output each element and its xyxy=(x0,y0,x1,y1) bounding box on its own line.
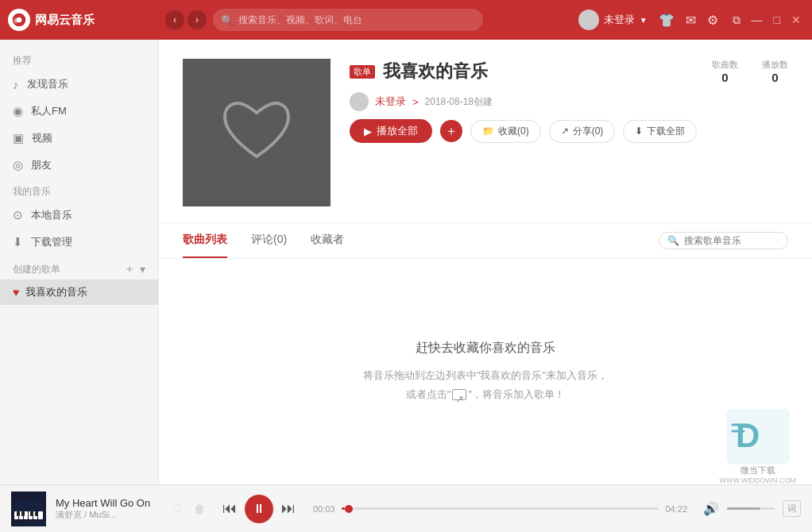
stat-songs: 歌曲数 0 xyxy=(712,59,738,84)
search-input[interactable] xyxy=(238,14,475,25)
tshirt-icon[interactable]: 👕 xyxy=(659,13,675,28)
maximize-button[interactable]: □ xyxy=(771,12,783,29)
sidebar-item-discover[interactable]: ♪ 发现音乐 xyxy=(0,71,158,98)
playlist-stats: 歌曲数 0 播放数 0 xyxy=(712,59,788,84)
download-all-button[interactable]: ⬇ 下载全部 xyxy=(623,120,697,143)
user-info[interactable]: 未登录 ▼ xyxy=(578,10,648,30)
progress-bar[interactable] xyxy=(342,507,659,510)
total-time: 04:22 xyxy=(665,504,687,514)
privatefm-label: 私人FM xyxy=(31,104,67,118)
settings-icon[interactable]: ⚙ xyxy=(707,13,718,28)
svg-rect-12 xyxy=(38,511,43,519)
player-cover xyxy=(11,492,46,526)
add-playlist-button[interactable]: ＋ xyxy=(124,262,135,276)
tabs-bar: 歌曲列表 评论(0) 收藏者 🔍 xyxy=(159,223,812,259)
section-my-title: 我的音乐 xyxy=(0,179,158,202)
main-area: 推荐 ♪ 发现音乐 ◉ 私人FM ▣ 视频 ◎ 朋友 我的音乐 ⊙ 本地音乐 ⬇… xyxy=(0,40,812,484)
player-info: My Heart Will Go On 满舒克 / MuSi... xyxy=(56,497,159,521)
watermark-logo-icon: D xyxy=(726,409,790,465)
lyrics-button[interactable]: 词 xyxy=(783,500,801,517)
sidebar-item-privatefm[interactable]: ◉ 私人FM xyxy=(0,98,158,125)
nav-buttons: ‹ › xyxy=(165,10,207,29)
share-icon: ↗ xyxy=(561,125,569,137)
sidebar-item-local[interactable]: ⊙ 本地音乐 xyxy=(0,202,158,229)
playlist-creator[interactable]: 未登录 xyxy=(375,94,406,109)
nav-back-button[interactable]: ‹ xyxy=(165,10,184,29)
tab-collectors[interactable]: 收藏者 xyxy=(311,223,344,258)
playlist-title: 我喜欢的音乐 xyxy=(383,60,488,83)
empty-desc: 将音乐拖动到左边列表中"我喜欢的音乐"来加入音乐， 或者点击"↗"，将音乐加入歌… xyxy=(363,366,608,403)
sidebar-item-video[interactable]: ▣ 视频 xyxy=(0,125,158,152)
tabs-search-input[interactable] xyxy=(684,235,779,246)
pause-button[interactable]: ⏸ xyxy=(245,495,273,523)
playlist-meta: 未登录 > 2018-08-18创建 xyxy=(350,92,788,111)
app-name: 网易云音乐 xyxy=(35,13,95,28)
stat-plays-label: 播放数 xyxy=(762,59,788,71)
tabs-search: 🔍 xyxy=(659,232,788,249)
collect-label: 收藏(0) xyxy=(498,125,529,138)
cover-heart-icon xyxy=(217,93,296,172)
fm-icon: ◉ xyxy=(13,104,23,118)
empty-desc-line1: 将音乐拖动到左边列表中"我喜欢的音乐"来加入音乐， xyxy=(363,369,608,381)
player-delete-icon[interactable]: 🗑 xyxy=(194,503,205,515)
video-icon: ▣ xyxy=(13,131,24,145)
creator-arrow: > xyxy=(412,96,419,108)
mail-icon[interactable]: ✉ xyxy=(686,13,696,28)
nav-forward-button[interactable]: › xyxy=(188,10,207,29)
sidebar-item-friends[interactable]: ◎ 朋友 xyxy=(0,152,158,179)
tab-songlist[interactable]: 歌曲列表 xyxy=(183,223,227,258)
playlist-title-row: 歌单 我喜欢的音乐 歌曲数 0 播放数 0 xyxy=(350,59,788,84)
close-button[interactable]: ✕ xyxy=(788,12,804,29)
prev-button[interactable]: ⏮ xyxy=(222,500,237,517)
svg-rect-13 xyxy=(17,511,20,516)
avatar xyxy=(578,10,599,30)
app-logo: ◎ 网易云音乐 xyxy=(8,9,159,31)
empty-title: 赶快去收藏你喜欢的音乐 xyxy=(416,340,555,357)
collect-button[interactable]: 📁 收藏(0) xyxy=(470,120,541,143)
friends-icon: ◎ xyxy=(13,158,23,172)
svg-rect-14 xyxy=(21,511,25,516)
section-recommend-title: 推荐 xyxy=(0,48,158,71)
search-box: 🔍 xyxy=(213,9,483,31)
volume-fill xyxy=(727,507,760,510)
search-icon: 🔍 xyxy=(221,14,234,26)
volume-icon[interactable]: 🔊 xyxy=(703,501,719,516)
sidebar-item-download[interactable]: ⬇ 下载管理 xyxy=(0,229,158,256)
empty-state: 赶快去收藏你喜欢的音乐 将音乐拖动到左边列表中"我喜欢的音乐"来加入音乐， 或者… xyxy=(159,259,812,484)
play-all-button[interactable]: ▶ 播放全部 xyxy=(350,119,432,143)
player-controls: ⏮ ⏸ ⏭ xyxy=(222,495,296,523)
video-label: 视频 xyxy=(32,131,52,145)
discover-label: 发现音乐 xyxy=(27,77,68,91)
current-time: 00:03 xyxy=(313,504,335,514)
download-icon: ⬇ xyxy=(13,235,23,249)
sidebar-actions: ＋ ▾ xyxy=(124,262,145,276)
section-created-header: 创建的歌单 ＋ ▾ xyxy=(0,256,158,279)
my-favorite-playlist-item[interactable]: ♥ 我喜欢的音乐 xyxy=(0,279,158,305)
stat-songs-label: 歌曲数 xyxy=(712,59,738,71)
playlist-tag: 歌单 xyxy=(350,65,375,79)
next-button[interactable]: ⏭ xyxy=(281,500,296,517)
player-bar: My Heart Will Go On 满舒克 / MuSi... ♡ 🗑 ⏮ … xyxy=(0,484,812,532)
player-love-icon[interactable]: ♡ xyxy=(172,501,183,516)
content-area: 歌单 我喜欢的音乐 歌曲数 0 播放数 0 xyxy=(159,40,812,484)
user-label: 未登录 xyxy=(604,13,635,27)
player-song-title: My Heart Will Go On xyxy=(56,497,159,509)
stat-songs-value: 0 xyxy=(712,71,738,84)
empty-desc-line2: 或者点击"↗"，将音乐加入歌单！ xyxy=(406,388,565,400)
heart-icon: ♥ xyxy=(13,286,19,299)
player-cover-image xyxy=(11,492,46,526)
topbar-right: 未登录 ▼ 👕 ✉ ⚙ ⧉ — □ ✕ xyxy=(578,10,804,30)
minimize-button[interactable]: — xyxy=(748,12,766,29)
section-created-title: 创建的歌单 xyxy=(13,263,60,276)
share-button[interactable]: ↗ 分享(0) xyxy=(549,120,616,143)
playlist-date: 2018-08-18创建 xyxy=(425,95,493,109)
tile-button[interactable]: ⧉ xyxy=(729,12,744,29)
play-all-label: 播放全部 xyxy=(377,124,418,138)
download-all-icon: ⬇ xyxy=(635,125,643,137)
expand-playlist-button[interactable]: ▾ xyxy=(140,262,145,276)
add-to-button[interactable]: ＋ xyxy=(440,120,462,142)
volume-bar[interactable] xyxy=(727,507,775,510)
playlist-actions: ▶ 播放全部 ＋ 📁 收藏(0) ↗ 分享(0) ⬇ 下载全部 xyxy=(350,119,788,143)
tab-comments[interactable]: 评论(0) xyxy=(251,223,287,258)
download-label: 下载管理 xyxy=(31,235,72,249)
